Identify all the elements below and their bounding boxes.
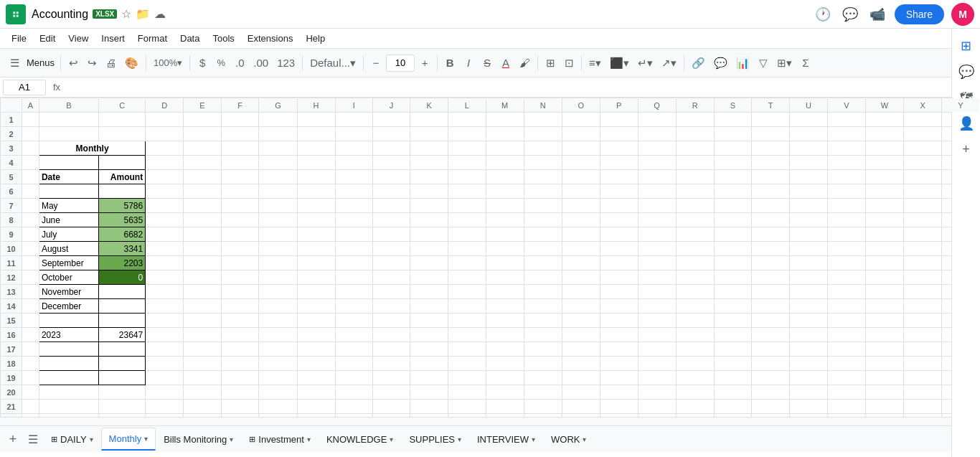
- cell-C21[interactable]: [99, 400, 146, 414]
- cell-U3[interactable]: [790, 141, 828, 156]
- cell-G11[interactable]: [259, 256, 297, 270]
- col-header-x[interactable]: X: [904, 98, 942, 113]
- cell-B14[interactable]: December: [39, 299, 98, 314]
- cell-A6[interactable]: [22, 184, 39, 199]
- cell-S19[interactable]: [714, 371, 752, 385]
- cell-H13[interactable]: [297, 285, 335, 299]
- cell-X14[interactable]: [904, 299, 942, 314]
- cell-R20[interactable]: [676, 385, 714, 400]
- cell-L3[interactable]: [448, 141, 486, 156]
- cell-H6[interactable]: [297, 184, 335, 199]
- link-button[interactable]: 🔗: [688, 53, 709, 73]
- cell-O5[interactable]: [562, 170, 600, 184]
- cell-S1[interactable]: [714, 113, 752, 127]
- cell-V19[interactable]: [827, 371, 865, 385]
- halign-button[interactable]: ≡▾: [585, 53, 605, 73]
- cell-F6[interactable]: [221, 184, 259, 199]
- row-header-9[interactable]: 9: [1, 227, 22, 242]
- cell-D12[interactable]: [146, 270, 184, 285]
- cell-I19[interactable]: [335, 371, 372, 385]
- cell-U18[interactable]: [790, 357, 828, 371]
- col-header-v[interactable]: V: [827, 98, 865, 113]
- cell-W11[interactable]: [865, 256, 904, 270]
- cell-S9[interactable]: [714, 227, 752, 242]
- cell-G20[interactable]: [259, 385, 297, 400]
- cell-E12[interactable]: [184, 270, 222, 285]
- cell-J1[interactable]: [372, 113, 410, 127]
- cell-V5[interactable]: [827, 170, 865, 184]
- cell-E20[interactable]: [184, 385, 222, 400]
- cell-U14[interactable]: [790, 299, 828, 314]
- cell-F22[interactable]: [221, 414, 259, 418]
- cell-X13[interactable]: [904, 285, 942, 299]
- cell-I3[interactable]: [335, 141, 372, 156]
- cell-S16[interactable]: [714, 328, 752, 342]
- cell-B4[interactable]: [39, 156, 98, 170]
- tab-investment-dropdown[interactable]: ▾: [307, 435, 311, 443]
- cell-U15[interactable]: [790, 314, 828, 328]
- table-button[interactable]: ⊞▾: [773, 53, 796, 73]
- cell-T4[interactable]: [752, 156, 790, 170]
- cell-R21[interactable]: [676, 400, 714, 414]
- cell-B3[interactable]: Monthly: [39, 141, 145, 156]
- undo-button[interactable]: ↩: [65, 53, 82, 73]
- cell-C9[interactable]: 6682: [99, 227, 146, 242]
- cell-G12[interactable]: [259, 270, 297, 285]
- cell-W19[interactable]: [865, 371, 904, 385]
- cell-S6[interactable]: [714, 184, 752, 199]
- cell-M22[interactable]: [486, 414, 524, 418]
- cell-U21[interactable]: [790, 400, 828, 414]
- cell-I20[interactable]: [335, 385, 372, 400]
- cell-K15[interactable]: [410, 314, 448, 328]
- cell-E7[interactable]: [184, 199, 222, 213]
- col-header-k[interactable]: K: [410, 98, 448, 113]
- font-size-input[interactable]: [386, 55, 415, 72]
- cell-T15[interactable]: [752, 314, 790, 328]
- row-header-20[interactable]: 20: [1, 385, 22, 400]
- col-header-q[interactable]: Q: [638, 98, 676, 113]
- cell-K19[interactable]: [410, 371, 448, 385]
- cell-E21[interactable]: [184, 400, 222, 414]
- cell-O17[interactable]: [562, 342, 600, 357]
- rotate-button[interactable]: ↗▾: [658, 53, 680, 73]
- cell-Q18[interactable]: [638, 357, 676, 371]
- cell-D18[interactable]: [146, 357, 184, 371]
- cell-K9[interactable]: [410, 227, 448, 242]
- cell-V20[interactable]: [827, 385, 865, 400]
- cell-K21[interactable]: [410, 400, 448, 414]
- cell-R12[interactable]: [676, 270, 714, 285]
- cell-V13[interactable]: [827, 285, 865, 299]
- cell-V6[interactable]: [827, 184, 865, 199]
- cell-O20[interactable]: [562, 385, 600, 400]
- cell-K5[interactable]: [410, 170, 448, 184]
- col-header-m[interactable]: M: [486, 98, 524, 113]
- cell-U19[interactable]: [790, 371, 828, 385]
- cell-N14[interactable]: [524, 299, 562, 314]
- cell-X17[interactable]: [904, 342, 942, 357]
- cell-B13[interactable]: November: [39, 285, 98, 299]
- currency-button[interactable]: $: [194, 53, 211, 73]
- cell-X4[interactable]: [904, 156, 942, 170]
- cell-O13[interactable]: [562, 285, 600, 299]
- cell-Q16[interactable]: [638, 328, 676, 342]
- cell-E22[interactable]: [184, 414, 222, 418]
- cell-O21[interactable]: [562, 400, 600, 414]
- col-header-b[interactable]: B: [39, 98, 98, 113]
- cell-A18[interactable]: [22, 357, 39, 371]
- cell-K12[interactable]: [410, 270, 448, 285]
- borders-button[interactable]: ⊞: [542, 53, 559, 73]
- cell-H12[interactable]: [297, 270, 335, 285]
- cell-V21[interactable]: [827, 400, 865, 414]
- cell-O11[interactable]: [562, 256, 600, 270]
- user-avatar[interactable]: M: [951, 3, 974, 26]
- cell-M10[interactable]: [486, 242, 524, 256]
- cell-S22[interactable]: [714, 414, 752, 418]
- cell-X18[interactable]: [904, 357, 942, 371]
- row-header-12[interactable]: 12: [1, 270, 22, 285]
- cell-J22[interactable]: [372, 414, 410, 418]
- cell-T13[interactable]: [752, 285, 790, 299]
- cell-Q19[interactable]: [638, 371, 676, 385]
- cell-J13[interactable]: [372, 285, 410, 299]
- cell-C13[interactable]: [99, 285, 146, 299]
- cell-A10[interactable]: [22, 242, 39, 256]
